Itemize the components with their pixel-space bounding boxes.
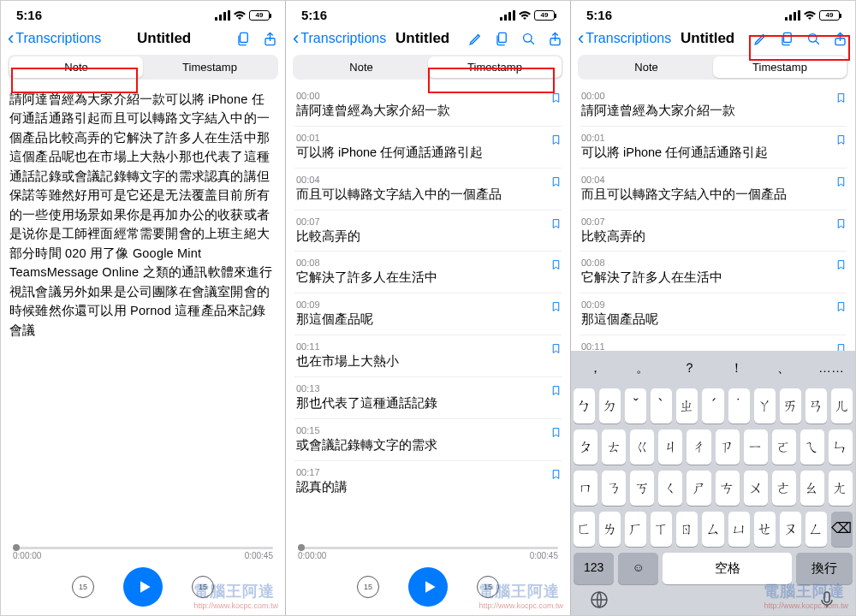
bookmark-icon[interactable] <box>835 258 847 271</box>
timestamp-item[interactable]: 00:11也在市場上大熱小 <box>294 335 562 376</box>
share-icon[interactable] <box>262 31 278 47</box>
tab-note[interactable]: Note <box>9 56 143 78</box>
key[interactable]: ㄐ <box>658 429 682 465</box>
bookmark-icon[interactable] <box>550 217 562 230</box>
key[interactable]: ㄧ <box>744 429 768 465</box>
timestamp-item[interactable]: 00:04而且可以轉路文字結入中的一個產品 <box>580 168 847 210</box>
key[interactable]: ㄨ <box>744 471 768 506</box>
key[interactable]: ㄜ <box>772 471 796 506</box>
key[interactable]: ㄠ <box>800 471 824 506</box>
timestamp-item[interactable]: 00:07比較高弄的 <box>294 210 562 252</box>
timestamp-item[interactable]: 00:11也在市場上大熱小 <box>580 335 847 351</box>
key[interactable]: ㄣ <box>829 429 853 465</box>
key[interactable]: ㄟ <box>800 429 824 465</box>
bookmark-icon[interactable] <box>550 426 562 439</box>
timestamp-item[interactable]: 00:13那也代表了這種通話記錄 <box>294 376 562 418</box>
key[interactable]: ˙ <box>728 388 750 424</box>
key[interactable]: ㄌ <box>599 512 621 547</box>
key[interactable]: ㄔ <box>687 429 710 465</box>
timestamp-item[interactable]: 00:17認真的講 <box>294 460 562 502</box>
timestamp-item[interactable]: 00:04而且可以轉路文字結入中的一個產品 <box>294 168 562 210</box>
bookmark-icon[interactable] <box>835 300 847 313</box>
edit-icon[interactable] <box>467 31 484 47</box>
timestamp-item[interactable]: 00:00請阿達曾經為大家介紹一款 <box>580 85 847 126</box>
key[interactable]: ！ <box>716 354 758 382</box>
key[interactable]: ㄉ <box>599 388 621 424</box>
key[interactable]: ㄩ <box>728 512 750 547</box>
key-123[interactable]: 123 <box>574 553 614 584</box>
timestamp-item[interactable]: 00:15或會議記錄轉文字的需求 <box>294 418 562 460</box>
key[interactable]: …… <box>810 354 853 382</box>
tab-note[interactable]: Note <box>294 56 428 78</box>
key[interactable]: ㄚ <box>754 388 776 424</box>
key[interactable]: ㄇ <box>574 471 597 506</box>
key[interactable]: ㄎ <box>630 471 654 506</box>
timestamp-item[interactable]: 00:00請阿達曾經為大家介紹一款 <box>294 85 562 126</box>
tab-timestamp[interactable]: Timestamp <box>713 56 847 78</box>
key[interactable]: ㄖ <box>676 512 698 547</box>
key-space[interactable]: 空格 <box>663 553 792 584</box>
key[interactable]: ˊ <box>702 388 723 424</box>
key[interactable]: ㄋ <box>602 471 626 506</box>
bookmark-icon[interactable] <box>835 217 847 230</box>
timestamp-item[interactable]: 00:09那這個產品呢 <box>580 293 847 335</box>
bookmark-icon[interactable] <box>835 133 847 146</box>
key[interactable]: ㄈ <box>574 512 595 547</box>
tab-timestamp[interactable]: Timestamp <box>143 56 276 78</box>
tab-segmented-control[interactable]: Note Timestamp <box>8 55 278 80</box>
key[interactable]: ㄡ <box>780 512 801 547</box>
key[interactable]: ㄥ <box>805 512 827 547</box>
timestamp-item[interactable]: 00:01可以將 iPhone 任何通話通路引起 <box>294 126 562 168</box>
bookmark-icon[interactable] <box>550 92 562 104</box>
key[interactable]: ㄓ <box>676 388 698 424</box>
copy-icon[interactable] <box>494 31 510 47</box>
key[interactable]: ˋ <box>651 388 672 424</box>
tab-segmented-control[interactable]: Note Timestamp <box>293 55 563 80</box>
key-emoji[interactable]: ☺ <box>618 553 658 584</box>
progress-knob[interactable] <box>298 544 305 551</box>
key[interactable]: ㄍ <box>630 429 654 465</box>
timestamp-item[interactable]: 00:09那這個產品呢 <box>294 293 562 335</box>
share-icon[interactable] <box>547 31 563 47</box>
bookmark-icon[interactable] <box>550 133 562 146</box>
key[interactable]: ㄅ <box>574 388 595 424</box>
copy-icon[interactable] <box>779 31 795 47</box>
timestamp-item[interactable]: 00:08它解決了許多人在生活中 <box>580 251 847 293</box>
key[interactable]: ， <box>574 354 616 382</box>
key[interactable]: ˇ <box>625 388 646 424</box>
search-icon[interactable] <box>805 31 822 47</box>
rewind-15-button[interactable]: 15 <box>357 576 379 598</box>
key[interactable]: ㄘ <box>716 471 740 506</box>
key[interactable]: ㄤ <box>829 471 853 506</box>
note-body[interactable]: 請阿達曾經為大家介紹一款可以將 iPhone 任何通話通路引起而且可以轉路文字結… <box>1 85 285 345</box>
play-button[interactable] <box>123 567 163 607</box>
rewind-15-button[interactable]: 15 <box>72 576 94 598</box>
bookmark-icon[interactable] <box>835 92 847 104</box>
key[interactable]: ㄕ <box>687 471 710 506</box>
key-delete[interactable]: ⌫ <box>831 512 853 547</box>
key[interactable]: ㄆ <box>574 429 597 465</box>
play-button[interactable] <box>408 567 448 607</box>
globe-icon[interactable] <box>589 589 609 610</box>
progress-track[interactable] <box>13 547 273 549</box>
timestamp-item[interactable]: 00:08它解決了許多人在生活中 <box>294 251 562 293</box>
bookmark-icon[interactable] <box>550 384 562 397</box>
bookmark-icon[interactable] <box>550 468 562 481</box>
tab-note[interactable]: Note <box>580 56 713 78</box>
progress-knob[interactable] <box>13 544 20 551</box>
key[interactable]: ㄙ <box>702 512 723 547</box>
key-return[interactable]: 換行 <box>796 553 853 584</box>
timestamp-item[interactable]: 00:07比較高弄的 <box>580 210 847 252</box>
progress-track[interactable] <box>298 547 558 549</box>
tab-timestamp[interactable]: Timestamp <box>428 56 562 78</box>
forward-15-button[interactable]: 15 <box>477 576 499 598</box>
back-button[interactable]: ‹ Transcriptions <box>8 29 101 48</box>
key[interactable]: ㄊ <box>602 429 626 465</box>
key[interactable]: ㄝ <box>754 512 776 547</box>
tab-segmented-control[interactable]: Note Timestamp <box>578 55 848 80</box>
bookmark-icon[interactable] <box>835 175 847 188</box>
mic-icon[interactable] <box>817 589 837 610</box>
timestamp-item[interactable]: 00:01可以將 iPhone 任何通話通路引起 <box>580 126 847 168</box>
key[interactable]: 、 <box>763 354 805 382</box>
edit-icon[interactable] <box>752 31 769 47</box>
